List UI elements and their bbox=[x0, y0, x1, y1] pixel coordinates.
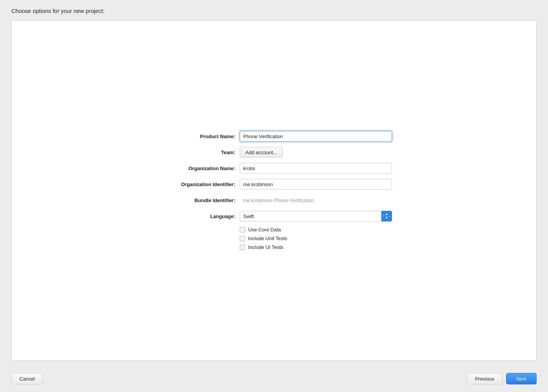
include-ui-tests-label: Include UI Tests bbox=[248, 244, 283, 250]
team-row: Team: Add account... bbox=[156, 147, 392, 158]
product-name-row: Product Name: bbox=[156, 131, 392, 142]
product-name-label: Product Name: bbox=[156, 134, 240, 139]
bundle-id-text: me.krobinson.Phone-Verification bbox=[240, 195, 392, 206]
footer: Cancel Previous Next bbox=[11, 368, 537, 384]
bundle-id-value: me.krobinson.Phone-Verification bbox=[240, 195, 392, 206]
form-container: Product Name: Team: Add account... Organ… bbox=[156, 131, 392, 250]
org-name-row: Organization Name: bbox=[156, 163, 392, 174]
use-core-data-label: Use Core Data bbox=[248, 227, 281, 233]
product-name-value bbox=[240, 131, 392, 142]
footer-right: Previous Next bbox=[467, 373, 537, 384]
footer-left: Cancel bbox=[11, 373, 43, 384]
org-id-label: Organization Identifier: bbox=[156, 182, 240, 187]
bundle-id-label: Bundle Identifier: bbox=[156, 198, 240, 203]
bundle-id-row: Bundle Identifier: me.krobinson.Phone-Ve… bbox=[156, 195, 392, 206]
org-name-input[interactable] bbox=[240, 163, 392, 174]
team-value: Add account... bbox=[240, 147, 392, 158]
product-name-input[interactable] bbox=[240, 131, 392, 142]
include-ui-tests-checkbox[interactable] bbox=[240, 245, 245, 250]
add-account-button[interactable]: Add account... bbox=[240, 147, 283, 158]
use-core-data-row: Use Core Data bbox=[240, 227, 392, 233]
main-panel: Product Name: Team: Add account... Organ… bbox=[11, 20, 537, 361]
language-value: Swift Objective-C ▲ ▼ bbox=[240, 211, 392, 221]
language-select[interactable]: Swift Objective-C bbox=[240, 211, 392, 221]
org-name-label: Organization Name: bbox=[156, 166, 240, 171]
checkbox-group: Use Core Data Include Unit Tests Include… bbox=[240, 227, 392, 250]
language-label: Language: bbox=[156, 214, 240, 219]
include-unit-tests-row: Include Unit Tests bbox=[240, 236, 392, 241]
page-title: Choose options for your new project: bbox=[11, 8, 537, 14]
org-id-input[interactable] bbox=[240, 179, 392, 190]
org-id-row: Organization Identifier: bbox=[156, 179, 392, 190]
previous-button[interactable]: Previous bbox=[467, 373, 502, 384]
use-core-data-checkbox[interactable] bbox=[240, 227, 245, 233]
include-unit-tests-label: Include Unit Tests bbox=[248, 236, 287, 241]
team-label: Team: bbox=[156, 150, 240, 155]
language-select-wrapper: Swift Objective-C ▲ ▼ bbox=[240, 211, 392, 221]
language-row: Language: Swift Objective-C ▲ ▼ bbox=[156, 211, 392, 221]
org-name-value bbox=[240, 163, 392, 174]
next-button[interactable]: Next bbox=[506, 373, 537, 384]
org-id-value bbox=[240, 179, 392, 190]
include-unit-tests-checkbox[interactable] bbox=[240, 236, 245, 241]
include-ui-tests-row: Include UI Tests bbox=[240, 244, 392, 250]
cancel-button[interactable]: Cancel bbox=[11, 373, 43, 384]
